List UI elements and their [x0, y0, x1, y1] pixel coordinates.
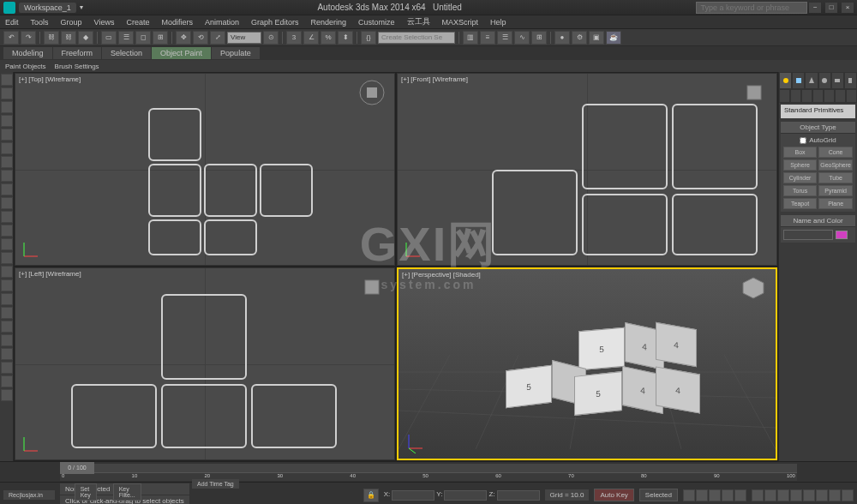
cmd-sub-shapes[interactable]	[790, 89, 801, 103]
viewcube-top[interactable]	[358, 79, 386, 106]
snap-button[interactable]: 3	[286, 31, 302, 45]
lt-btn-23[interactable]	[1, 375, 13, 387]
object-name-input[interactable]	[783, 230, 833, 240]
zoom-all-button[interactable]	[829, 489, 841, 501]
time-slider[interactable]: 0 / 100	[60, 464, 797, 472]
object-color-swatch[interactable]	[836, 231, 848, 239]
cmd-sub-cameras[interactable]	[812, 89, 824, 103]
autokey-button[interactable]: Auto Key	[594, 489, 633, 501]
lt-btn-2[interactable]	[1, 87, 13, 99]
btn-cylinder[interactable]: Cylinder	[783, 172, 817, 183]
timetag-button[interactable]: Add Time Tag	[192, 479, 239, 489]
material-button[interactable]: ●	[554, 31, 570, 45]
fov-button[interactable]	[816, 489, 828, 501]
menu-tools[interactable]: Tools	[31, 18, 49, 27]
btn-pyramid[interactable]: Pyramid	[818, 185, 853, 196]
cmd-tab-utilities[interactable]	[844, 72, 857, 89]
lt-btn-7[interactable]	[1, 156, 13, 168]
ribbon-tab-modeling[interactable]: Modeling	[3, 47, 52, 59]
lt-btn-6[interactable]	[1, 142, 13, 154]
menu-help[interactable]: Help	[490, 18, 506, 27]
viewport-perspective[interactable]: [+] [Perspective] [Shaded] 5 4 4 5	[397, 267, 777, 460]
lt-btn-19[interactable]	[1, 321, 13, 333]
help-search-input[interactable]	[696, 2, 807, 14]
coord-y-input[interactable]	[444, 490, 487, 501]
menu-maxscript[interactable]: MAXScript	[442, 18, 479, 27]
viewport-top[interactable]: [+] [Top] [Wireframe]	[15, 73, 395, 266]
coord-z-input[interactable]	[497, 490, 540, 501]
btn-tube[interactable]: Tube	[818, 172, 853, 183]
lt-btn-24[interactable]	[1, 389, 13, 401]
cmd-sub-systems[interactable]	[846, 89, 857, 103]
cmd-tab-display[interactable]	[831, 72, 844, 89]
scale-button[interactable]: ⤢	[210, 31, 225, 45]
lt-btn-22[interactable]	[1, 362, 13, 374]
time-slider-thumb[interactable]: 0 / 100	[60, 462, 94, 474]
viewport-left[interactable]: [+] [Left] [Wireframe]	[15, 267, 395, 460]
link-button[interactable]: ⛓	[44, 31, 59, 45]
layers-button[interactable]: ☰	[497, 31, 512, 45]
menu-cloud[interactable]: 云工具	[407, 16, 430, 27]
min-max-button[interactable]	[842, 489, 854, 501]
viewport-front[interactable]: [+] [Front] [Wireframe]	[397, 73, 777, 266]
cmd-sub-helpers[interactable]	[824, 89, 835, 103]
next-frame-button[interactable]	[722, 489, 734, 501]
lt-btn-9[interactable]	[1, 183, 13, 195]
ribbon-sub-brushsettings[interactable]: Brush Settings	[55, 63, 99, 70]
selection-set-input[interactable]	[378, 32, 455, 44]
selected-button[interactable]: Selected	[639, 489, 678, 501]
minimize-button[interactable]: −	[809, 3, 821, 13]
rollout-namecolor-header[interactable]: Name and Color	[781, 215, 855, 227]
vp-top-label[interactable]: [+] [Top] [Wireframe]	[19, 75, 81, 83]
app-logo-icon[interactable]	[3, 2, 15, 14]
lock-selection-icon[interactable]: 🔒	[363, 489, 379, 502]
lt-btn-12[interactable]	[1, 225, 13, 237]
ribbon-tab-freeform[interactable]: Freeform	[53, 47, 102, 59]
ribbon-tab-populate[interactable]: Populate	[212, 47, 260, 59]
bind-button[interactable]: ◆	[78, 31, 93, 45]
unlink-button[interactable]: ⛓	[61, 31, 76, 45]
cmd-tab-hierarchy[interactable]	[805, 72, 818, 89]
maximize-button[interactable]: □	[825, 3, 837, 13]
menu-animation[interactable]: Animation	[205, 18, 239, 27]
close-button[interactable]: ×	[842, 3, 854, 13]
cmd-tab-modify[interactable]	[792, 72, 805, 89]
autogrid-checkbox[interactable]	[800, 137, 806, 144]
lt-btn-21[interactable]	[1, 348, 13, 360]
pan-button[interactable]	[752, 489, 764, 501]
orbit-button[interactable]	[790, 489, 802, 501]
lt-btn-14[interactable]	[1, 252, 13, 264]
lt-btn-1[interactable]	[1, 74, 13, 86]
menu-create[interactable]: Create	[126, 18, 149, 27]
time-ruler[interactable]: 0102030405060708090100	[60, 472, 797, 481]
goto-start-button[interactable]	[683, 489, 695, 501]
lt-btn-5[interactable]	[1, 129, 13, 141]
menu-modifiers[interactable]: Modifiers	[161, 18, 193, 27]
keyfilters-button[interactable]: Key Filte...	[113, 483, 141, 501]
menu-customize[interactable]: Customize	[358, 18, 395, 27]
lt-btn-4[interactable]	[1, 115, 13, 127]
render-button[interactable]: ☕	[606, 31, 621, 45]
select-region-button[interactable]: ◻	[135, 31, 151, 45]
redo-button[interactable]: ↷	[21, 31, 36, 45]
ribbon-tab-objectpaint[interactable]: Object Paint	[152, 47, 211, 59]
zoom-button[interactable]	[764, 489, 776, 501]
angle-snap-button[interactable]: ∠	[303, 31, 319, 45]
workspace-dropdown[interactable]: Workspace_1	[19, 3, 76, 13]
cmd-tab-create[interactable]	[779, 72, 792, 89]
cmd-tab-motion[interactable]	[818, 72, 831, 89]
cmd-sub-spacewarps[interactable]	[835, 89, 846, 103]
coord-x-input[interactable]	[392, 490, 434, 501]
move-button[interactable]: ✥	[176, 31, 191, 45]
btn-cone[interactable]: Cone	[818, 147, 853, 158]
refcoord-dropdown[interactable]	[227, 32, 261, 44]
pivot-button[interactable]: ⊙	[263, 31, 279, 45]
lt-btn-20[interactable]	[1, 334, 13, 346]
schematic-button[interactable]: ⊞	[531, 31, 547, 45]
viewcube-front[interactable]	[740, 79, 768, 106]
select-button[interactable]: ▭	[101, 31, 117, 45]
viewcube-left[interactable]	[358, 273, 386, 301]
ribbon-tab-selection[interactable]: Selection	[102, 47, 151, 59]
btn-box[interactable]: Box	[783, 147, 817, 158]
select-name-button[interactable]: ☰	[118, 31, 134, 45]
